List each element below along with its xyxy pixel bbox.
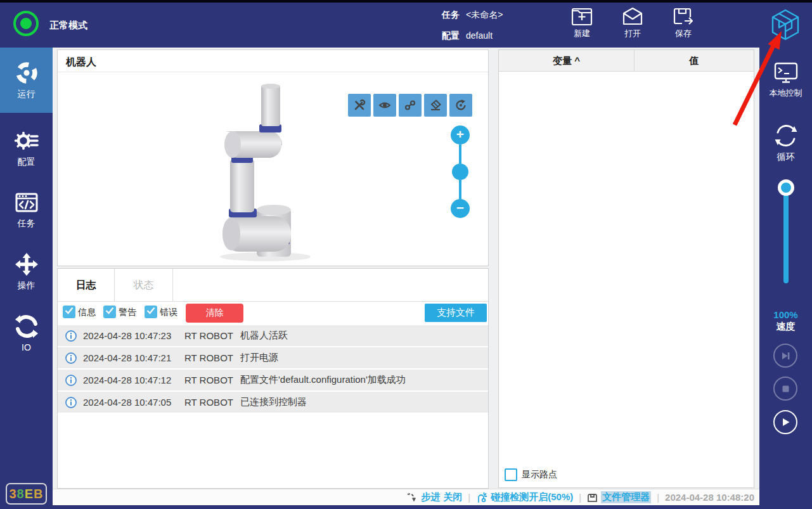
status-bar: 步进 关闭 | 碰撞检测开启(50%) | 文件管理器 | 2024-04-28… (53, 489, 759, 505)
sidebar-item-task[interactable]: 任务 (0, 190, 53, 229)
log-entry-row[interactable]: 2024-04-28 10:47:23 RT ROBOT 机器人活跃 (58, 325, 488, 346)
show-waypoints-checkbox[interactable] (505, 468, 517, 481)
new-task-label: 新建 (564, 28, 600, 39)
sidebar-item-io[interactable]: IO (0, 314, 53, 352)
sidebar-item-operate[interactable]: 操作 (0, 252, 53, 292)
log-message: 打开电源 (240, 352, 278, 364)
view-path-button[interactable] (399, 94, 422, 117)
variable-column-header[interactable]: 变量 ^ (499, 50, 635, 71)
open-label: 打开 (615, 28, 650, 39)
log-message: 机器人活跃 (240, 330, 288, 342)
collision-label: 碰撞检测开启(50%) (491, 491, 573, 503)
log-source: RT ROBOT (184, 375, 240, 385)
log-entry-row[interactable]: 2024-04-28 10:47:05 RT ROBOT 已连接到控制器 (58, 392, 488, 413)
save-button[interactable]: 保存 (666, 7, 701, 39)
config-gear-icon (0, 128, 53, 153)
file-manager-label: 文件管理器 (601, 491, 651, 503)
collision-icon (476, 492, 487, 503)
task-label: 任务 (442, 10, 460, 20)
variables-panel: 变量 ^ 值 显示路点 (498, 49, 754, 488)
new-task-button[interactable]: 新建 (564, 7, 600, 39)
error-filter-label: 错误 (160, 307, 177, 318)
info-icon (65, 330, 77, 342)
zoom-slider-thumb[interactable] (452, 164, 468, 180)
sidebar-item-run[interactable]: 运行 (0, 48, 53, 113)
info-icon (65, 397, 77, 408)
log-source: RT ROBOT (184, 352, 240, 363)
task-code-icon (0, 190, 53, 215)
step-arrow-icon (406, 493, 418, 503)
show-waypoints-label: 显示路点 (522, 469, 557, 480)
hex-code-badge: 38EB (6, 483, 47, 505)
tab-log[interactable]: 日志 (58, 269, 115, 302)
open-icon (615, 7, 650, 26)
warning-filter-label: 警告 (119, 307, 136, 318)
log-entry-row[interactable]: 2024-04-28 10:47:21 RT ROBOT 打开电源 (58, 347, 488, 368)
warning-checkbox[interactable] (103, 306, 116, 318)
view-tools-button[interactable] (348, 94, 371, 117)
path-icon (404, 99, 416, 112)
log-message: 已连接到控制器 (240, 396, 307, 408)
error-checkbox[interactable] (145, 306, 157, 318)
play-icon (781, 417, 790, 427)
stop-icon (782, 385, 790, 393)
file-manager-icon (587, 493, 598, 503)
info-checkbox[interactable] (63, 306, 75, 318)
speed-slider-track[interactable] (783, 188, 789, 283)
info-icon (65, 352, 77, 364)
eraser-icon (429, 99, 442, 112)
speed-percent: 100% (759, 309, 812, 320)
run-icon (0, 60, 53, 86)
zoom-in-button[interactable]: + (451, 126, 470, 145)
badge-char: E (25, 487, 34, 501)
log-tabs: 日志 状态 (58, 269, 488, 302)
play-button[interactable] (773, 410, 797, 434)
task-value: <未命名> (466, 10, 503, 20)
clear-log-button[interactable]: 清除 (186, 304, 243, 323)
step-mode-status[interactable]: 步进 关闭 (406, 491, 462, 503)
divider: | (579, 492, 581, 503)
zoom-track[interactable] (459, 145, 461, 164)
speed-label: 速度 (759, 321, 812, 333)
bottom-edge-strip (53, 505, 759, 509)
log-source: RT ROBOT (184, 397, 240, 408)
log-time: 2024-04-28 10:47:23 (83, 330, 184, 341)
robot-panel-title: 机器人 (66, 56, 96, 69)
save-label: 保存 (666, 28, 701, 39)
sidebar-task-label: 任务 (0, 218, 53, 229)
annotation-arrow (726, 27, 786, 129)
view-eraser-button[interactable] (424, 94, 447, 117)
log-entry-row[interactable]: 2024-04-28 10:47:12 RT ROBOT 配置文件'defaul… (58, 370, 488, 390)
file-manager-status[interactable]: 文件管理器 (587, 491, 651, 503)
stop-button[interactable] (773, 377, 797, 401)
support-file-button[interactable]: 支持文件 (425, 304, 487, 322)
view-visibility-button[interactable] (373, 94, 396, 117)
collision-detection-status[interactable]: 碰撞检测开启(50%) (476, 491, 573, 503)
zoom-control: + − (451, 126, 470, 218)
skip-next-button[interactable] (773, 344, 797, 368)
view-rotate-button[interactable] (449, 94, 472, 117)
zoom-out-button[interactable]: − (451, 199, 470, 218)
speed-slider-thumb[interactable] (778, 179, 794, 196)
open-button[interactable]: 打开 (615, 7, 650, 39)
clock-timestamp: 2024-04-28 10:48:20 (665, 492, 754, 503)
divider: | (468, 492, 470, 503)
robot-arm-3d-view[interactable] (214, 68, 310, 263)
zoom-track[interactable] (459, 180, 461, 199)
mode-label: 正常模式 (49, 3, 87, 48)
sidebar-io-label: IO (0, 342, 53, 352)
badge-char: 3 (9, 487, 16, 501)
sidebar-config-label: 配置 (0, 157, 53, 168)
status-green-dot-icon (20, 18, 32, 29)
log-message: 配置文件'default.configuration'加载成功 (240, 374, 406, 386)
sidebar-item-config[interactable]: 配置 (0, 128, 53, 168)
log-time: 2024-04-28 10:47:21 (83, 352, 184, 363)
variables-header: 变量 ^ 值 (499, 50, 754, 72)
tab-status[interactable]: 状态 (115, 269, 173, 302)
info-filter-label: 信息 (78, 307, 96, 318)
robot-3d-panel: 机器人 (57, 49, 489, 266)
log-time: 2024-04-28 10:47:05 (83, 397, 184, 408)
robot-status-indicator[interactable] (13, 11, 39, 36)
step-state: 关闭 (443, 491, 462, 503)
log-source: RT ROBOT (184, 330, 240, 341)
